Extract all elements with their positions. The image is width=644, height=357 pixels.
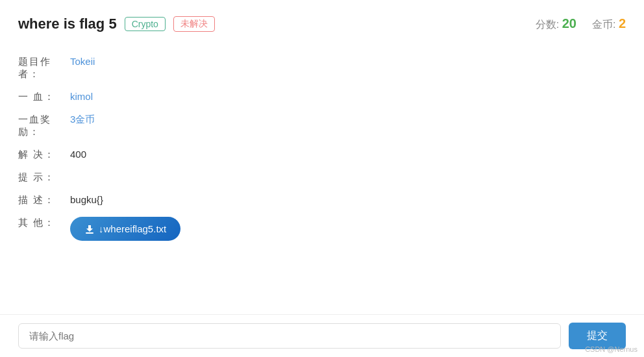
download-button[interactable]: ↓whereiflag5.txt: [70, 217, 180, 241]
solve-value: 400: [70, 149, 626, 160]
author-label: 题目作者：: [18, 56, 70, 80]
blood-row: 一 血： kimol: [18, 86, 626, 108]
footer-row: 提交: [0, 314, 644, 357]
desc-row: 描 述： bugku{}: [18, 189, 626, 212]
other-row: 其 他： ↓whereiflag5.txt: [18, 212, 626, 246]
author-row: 题目作者： Tokeii: [18, 51, 626, 86]
author-value[interactable]: Tokeii: [70, 56, 626, 67]
blood-value[interactable]: kimol: [70, 91, 626, 102]
blood-reward-label: 一血奖励：: [18, 114, 70, 138]
hint-label: 提 示：: [18, 171, 70, 184]
blood-reward-row: 一血奖励： 3金币: [18, 108, 626, 143]
coin-section: 金币: 2: [592, 16, 626, 32]
download-icon: [84, 224, 95, 234]
solve-label: 解 决：: [18, 149, 70, 161]
desc-label: 描 述：: [18, 194, 70, 206]
coin-label: 金币:: [592, 19, 615, 30]
badge-crypto: Crypto: [125, 17, 166, 31]
svg-rect-0: [86, 232, 93, 234]
page-title: where is flag 5: [18, 16, 117, 32]
solve-row: 解 决： 400: [18, 143, 626, 166]
flag-input[interactable]: [18, 323, 561, 349]
header-row: where is flag 5 Crypto 未解决 分数: 20 金币: 2: [18, 16, 626, 32]
header-left: where is flag 5 Crypto 未解决: [18, 16, 215, 32]
hint-row: 提 示：: [18, 166, 626, 189]
blood-label: 一 血：: [18, 91, 70, 103]
score-label: 分数:: [536, 19, 559, 30]
download-btn-label: ↓whereiflag5.txt: [99, 223, 166, 234]
other-label: 其 他：: [18, 217, 70, 229]
desc-value: bugku{}: [70, 194, 626, 205]
blood-reward-value[interactable]: 3金币: [70, 114, 626, 126]
coin-value: 2: [619, 16, 626, 31]
header-right: 分数: 20 金币: 2: [536, 16, 626, 32]
score-value: 20: [562, 16, 576, 31]
badge-unsolved: 未解决: [173, 16, 215, 32]
watermark: CSDN @Nernus: [585, 345, 638, 353]
other-value: ↓whereiflag5.txt: [70, 217, 626, 241]
score-section: 分数: 20: [536, 16, 576, 32]
